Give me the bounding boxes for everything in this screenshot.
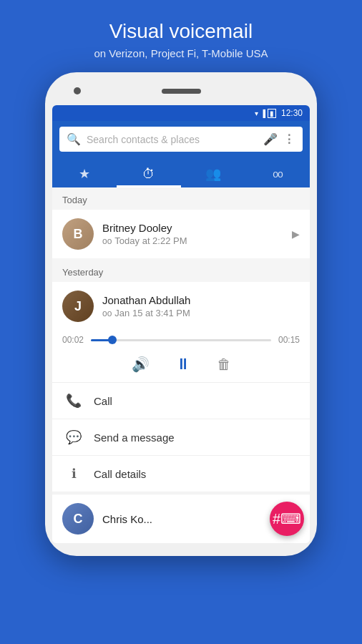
partial-name-chris: Chris Ko... xyxy=(102,513,152,525)
time-elapsed: 00:02 xyxy=(62,335,85,345)
caller-name-jonathan: Jonathan Abdullah xyxy=(102,294,283,306)
avatar-britney-img: B xyxy=(62,218,94,250)
more-options-icon[interactable]: ⋮ xyxy=(283,132,295,146)
section-today: Today xyxy=(52,187,310,210)
header-subtitle: on Verizon, Project Fi, T-Mobile USA xyxy=(94,47,268,59)
delete-icon[interactable]: 🗑 xyxy=(217,356,231,373)
tab-favorites[interactable]: ★ xyxy=(52,159,117,187)
playback-controls: 🔊 ⏸ 🗑 xyxy=(52,352,310,382)
call-card-top-jonathan: J Jonathan Abdullah oo Jan 15 at 3:41 PM… xyxy=(52,282,310,331)
call-time-text-jonathan: Jan 15 at 3:41 PM xyxy=(114,308,190,318)
play-button-britney[interactable]: ▶ xyxy=(292,228,300,240)
phone-icon: 📞 xyxy=(65,393,82,409)
nav-tabs: ★ ⏱ 👥 oo xyxy=(52,159,310,187)
action-message-label: Send a message xyxy=(94,431,175,444)
phone-speaker xyxy=(162,89,201,94)
status-time: 12:30 xyxy=(281,108,303,118)
action-call-label: Call xyxy=(94,395,112,407)
voicemail-tape-icon: oo xyxy=(102,236,112,246)
volume-icon[interactable]: 🔊 xyxy=(132,356,150,373)
call-time-jonathan: oo Jan 15 at 3:41 PM xyxy=(102,308,283,318)
call-time-text-britney: Today at 2:22 PM xyxy=(114,235,187,246)
action-message[interactable]: 💬 Send a message xyxy=(52,419,310,456)
signal-icon: ▐ xyxy=(260,109,265,117)
progress-bar[interactable] xyxy=(91,339,271,341)
avatar-chris: C xyxy=(62,503,94,535)
progress-area: 00:02 00:15 xyxy=(52,331,310,352)
voicemail-icon: oo xyxy=(273,168,283,180)
tab-voicemail[interactable]: oo xyxy=(245,159,310,187)
search-icon: 🔍 xyxy=(67,132,81,146)
phone-mockup: ▾ ▐ ▮ 12:30 🔍 Search contacts & places 🎤… xyxy=(45,72,317,556)
phone-screen: ▾ ▐ ▮ 12:30 🔍 Search contacts & places 🎤… xyxy=(52,105,310,543)
status-bar: ▾ ▐ ▮ 12:30 xyxy=(52,105,310,121)
pause-icon[interactable]: ⏸ xyxy=(175,355,191,374)
action-details[interactable]: ℹ Call details xyxy=(52,456,310,492)
status-icons: ▾ ▐ ▮ 12:30 xyxy=(255,108,303,118)
progress-thumb xyxy=(108,336,117,344)
search-input-box[interactable]: 🔍 Search contacts & places 🎤 ⋮ xyxy=(59,127,303,152)
battery-icon: ▮ xyxy=(268,109,276,118)
mic-icon[interactable]: 🎤 xyxy=(263,132,278,146)
header-title: Visual voicemail xyxy=(94,20,268,43)
message-icon: 💬 xyxy=(65,429,82,445)
header: Visual voicemail on Verizon, Project Fi,… xyxy=(79,0,282,72)
avatar-jonathan-img: J xyxy=(62,291,94,322)
tab-recents[interactable]: ⏱ xyxy=(117,159,181,187)
content-area: Today B Britney Dooley oo Today at 2:22 … xyxy=(52,187,310,543)
fab-dialpad[interactable]: #⌨ xyxy=(270,502,304,536)
voicemail-tape-icon-2: oo xyxy=(102,308,112,318)
contacts-icon: 👥 xyxy=(205,166,221,182)
call-info-jonathan: Jonathan Abdullah oo Jan 15 at 3:41 PM xyxy=(102,294,283,318)
avatar-jonathan: J xyxy=(62,291,94,322)
action-details-label: Call details xyxy=(94,468,146,480)
wifi-icon: ▾ xyxy=(255,109,258,117)
search-placeholder: Search contacts & places xyxy=(87,134,258,145)
caller-name-britney: Britney Dooley xyxy=(102,222,283,234)
call-time-britney: oo Today at 2:22 PM xyxy=(102,235,283,246)
favorites-icon: ★ xyxy=(79,166,90,182)
call-info-britney: Britney Dooley oo Today at 2:22 PM xyxy=(102,222,283,246)
phone-top xyxy=(52,82,310,99)
call-card-britney[interactable]: B Britney Dooley oo Today at 2:22 PM ▶ xyxy=(52,210,310,258)
tab-contacts[interactable]: 👥 xyxy=(181,159,245,187)
call-card-jonathan[interactable]: J Jonathan Abdullah oo Jan 15 at 3:41 PM… xyxy=(52,282,310,492)
section-yesterday: Yesterday xyxy=(52,260,310,282)
avatar-britney: B xyxy=(62,218,94,250)
info-icon: ℹ xyxy=(65,466,82,482)
search-bar-container: 🔍 Search contacts & places 🎤 ⋮ xyxy=(52,121,310,159)
action-call[interactable]: 📞 Call xyxy=(52,383,310,419)
time-total: 00:15 xyxy=(277,335,300,345)
phone-camera xyxy=(74,87,81,94)
recents-icon: ⏱ xyxy=(142,167,155,182)
dialpad-icon: #⌨ xyxy=(273,510,301,527)
